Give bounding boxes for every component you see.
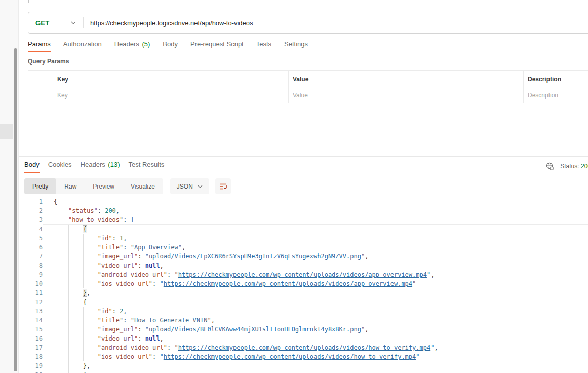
line-number: 16 (19, 334, 43, 343)
code-line: 1{ (19, 197, 588, 206)
code-token: , (160, 262, 164, 269)
line-number: 9 (19, 270, 43, 279)
code-token: " (160, 280, 164, 287)
code-token: "How To Generate VNIN" (131, 317, 211, 324)
indent-guide (68, 370, 83, 373)
request-tab-body[interactable]: Body (163, 40, 178, 52)
request-tab-tests[interactable]: Tests (256, 40, 271, 52)
request-tab-headers[interactable]: Headers (5) (114, 40, 150, 52)
query-params-table: KeyValueDescription KeyValueDescription (28, 70, 588, 103)
code-line: 2 "status": 200, (19, 206, 588, 215)
sidebar-collapsed-handle[interactable] (0, 124, 13, 139)
indent-guide (83, 261, 98, 270)
line-content: }, (43, 288, 588, 297)
line-number: 5 (19, 234, 43, 243)
code-token: : (123, 317, 130, 324)
code-line: 5 "id": 1, (19, 234, 588, 243)
code-token: "image_url" (98, 326, 138, 333)
request-tab-pre-request-script[interactable]: Pre-request Script (190, 40, 244, 52)
indent-guide (83, 307, 98, 316)
table-input-row: KeyValueDescription (28, 87, 588, 103)
view-tab-pretty[interactable]: Pretty (24, 178, 56, 194)
code-token: "id" (98, 308, 112, 315)
view-tab-raw[interactable]: Raw (56, 178, 85, 194)
indent-guide (54, 279, 68, 288)
query-params-heading: Query Params (28, 58, 69, 65)
method-dropdown[interactable]: GET (28, 19, 71, 27)
code-token: , (182, 244, 185, 251)
code-link[interactable]: https://checkmypeople.com/wp-content/upl… (164, 353, 416, 360)
line-content: "how_to_videos": [ (43, 215, 588, 225)
code-token: { (83, 226, 87, 233)
line-content: "ios_video_url": "https://checkmypeople.… (43, 352, 588, 361)
code-link[interactable]: https://checkmypeople.com/wp-content/upl… (164, 280, 412, 287)
code-link[interactable]: /Videos/BE0lCVKAww44mjXU1slIIonHLDglmrnk… (171, 326, 361, 333)
indent-guide (68, 316, 83, 325)
response-tab-body[interactable]: Body (24, 161, 40, 173)
chevron-down-icon[interactable] (71, 21, 76, 25)
indent-guide (54, 307, 68, 316)
clipped-edge-decoration (28, 0, 29, 3)
request-tab-params[interactable]: Params (28, 40, 51, 52)
code-link[interactable]: /Videos/LpXC6R6rSYspH9e3gInIzV6qEsYugexw… (171, 253, 361, 260)
code-line: 18 "ios_video_url": "https://checkmypeop… (19, 352, 588, 361)
select-column-header (28, 71, 53, 87)
format-wrap-button[interactable] (215, 178, 231, 194)
indent-guide (83, 352, 98, 361)
line-number: 8 (19, 261, 43, 270)
indent-guide (83, 316, 98, 325)
param-input-value[interactable]: Value (288, 87, 523, 103)
line-content: { (43, 225, 588, 234)
indent-guide (68, 261, 83, 270)
code-token: : [ (123, 216, 134, 223)
indent-guide (83, 325, 98, 334)
code-line: 13 "id": 2, (19, 307, 588, 316)
code-token: "title" (98, 317, 124, 324)
code-token: "id" (98, 235, 112, 242)
code-token: "upload (145, 253, 171, 260)
chevron-down-icon (198, 184, 203, 189)
code-token: : (123, 244, 130, 251)
code-token: : (167, 271, 174, 278)
language-dropdown[interactable]: JSON (170, 178, 209, 194)
line-content: "video_url": null, (43, 334, 588, 343)
code-line: 16 "video_url": null, (19, 334, 588, 343)
code-token: " (174, 271, 178, 278)
view-tab-visualize[interactable]: Visualize (123, 178, 163, 194)
indent-guide (83, 343, 98, 352)
url-input[interactable]: https://checkmypeople.logicsdrive.net/ap… (84, 19, 253, 27)
code-token: , (365, 326, 368, 333)
response-tab-test-results[interactable]: Test Results (128, 161, 164, 173)
response-tab-headers[interactable]: Headers (13) (81, 161, 120, 173)
tab-count-badge: (13) (106, 161, 120, 168)
indent-guide (54, 325, 68, 334)
line-content: { (43, 197, 588, 206)
code-token: "App Overview" (131, 244, 182, 251)
code-token: { (54, 198, 57, 205)
indent-guide (54, 252, 68, 261)
globe-lock-icon[interactable] (545, 162, 554, 170)
code-line: 3 "how_to_videos": [ (19, 215, 588, 225)
language-label: JSON (177, 183, 193, 190)
code-line: 20 { (19, 370, 588, 373)
code-link[interactable]: https://checkmypeople.com/wp-content/upl… (178, 271, 427, 278)
code-token: null (145, 335, 160, 342)
line-content: { (43, 370, 588, 373)
code-line: 9 "android_video_url": "https://checkmyp… (19, 270, 588, 279)
request-tab-settings[interactable]: Settings (284, 40, 308, 52)
code-line: 10 "ios_video_url": "https://checkmypeop… (19, 279, 588, 288)
param-input-description[interactable]: Description (523, 87, 588, 103)
request-tab-authorization[interactable]: Authorization (63, 40, 102, 52)
response-tab-cookies[interactable]: Cookies (48, 161, 72, 173)
line-content: "status": 200, (43, 206, 588, 215)
vertical-scrollbar[interactable] (14, 48, 17, 371)
view-tab-preview[interactable]: Preview (85, 178, 123, 194)
code-link[interactable]: https://checkmypeople.com/wp-content/upl… (178, 344, 431, 351)
line-content: "android_video_url": "https://checkmypeo… (43, 343, 588, 352)
code-token: , (430, 271, 434, 278)
line-content: "ios_video_url": "https://checkmypeople.… (43, 279, 588, 288)
code-token: " (412, 280, 416, 287)
line-content: "title": "App Overview", (43, 243, 588, 252)
param-input-key[interactable]: Key (53, 87, 288, 103)
row-select-cell[interactable] (28, 87, 53, 103)
